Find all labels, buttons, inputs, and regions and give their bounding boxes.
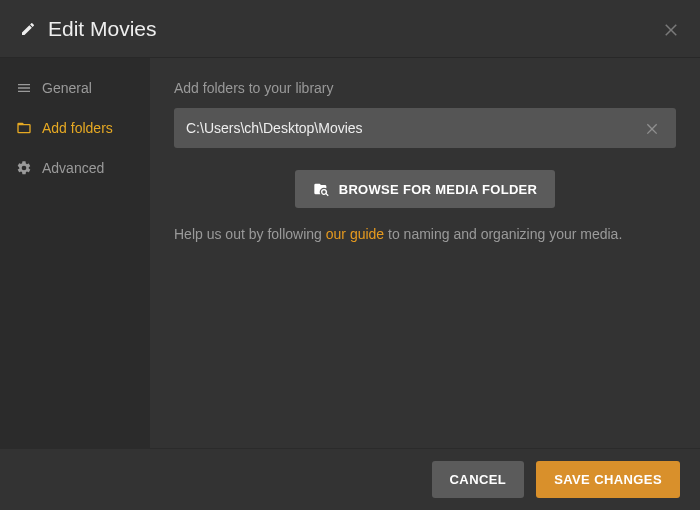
list-icon — [16, 80, 32, 96]
cancel-button[interactable]: CANCEL — [432, 461, 525, 498]
sidebar-item-label: Advanced — [42, 160, 104, 176]
modal-body: General Add folders Advanced Add folders… — [0, 58, 700, 448]
save-changes-button[interactable]: SAVE CHANGES — [536, 461, 680, 498]
help-guide-link[interactable]: our guide — [326, 226, 384, 242]
edit-library-modal: Edit Movies General Add folders — [0, 0, 700, 510]
pencil-icon — [20, 20, 36, 38]
sidebar-item-label: Add folders — [42, 120, 113, 136]
browse-button-wrap: BROWSE FOR MEDIA FOLDER — [174, 170, 676, 208]
browse-button-label: BROWSE FOR MEDIA FOLDER — [339, 182, 538, 197]
sidebar-item-add-folders[interactable]: Add folders — [0, 108, 150, 148]
section-title: Add folders to your library — [174, 80, 676, 96]
sidebar-item-general[interactable]: General — [0, 68, 150, 108]
sidebar-item-label: General — [42, 80, 92, 96]
sidebar: General Add folders Advanced — [0, 58, 150, 448]
help-suffix: to naming and organizing your media. — [384, 226, 622, 242]
gear-icon — [16, 160, 32, 176]
help-text: Help us out by following our guide to na… — [174, 226, 676, 242]
modal-header: Edit Movies — [0, 0, 700, 58]
help-prefix: Help us out by following — [174, 226, 326, 242]
remove-folder-icon[interactable] — [640, 120, 664, 136]
folder-open-icon — [16, 120, 32, 136]
sidebar-item-advanced[interactable]: Advanced — [0, 148, 150, 188]
close-icon[interactable] — [662, 20, 680, 38]
modal-footer: CANCEL SAVE CHANGES — [0, 448, 700, 510]
modal-title: Edit Movies — [48, 17, 157, 41]
folder-search-icon — [313, 181, 329, 197]
folder-path-input[interactable] — [186, 120, 640, 136]
folder-path-row — [174, 108, 676, 148]
main-panel: Add folders to your library BROWSE FOR M… — [150, 58, 700, 448]
browse-media-folder-button[interactable]: BROWSE FOR MEDIA FOLDER — [295, 170, 556, 208]
